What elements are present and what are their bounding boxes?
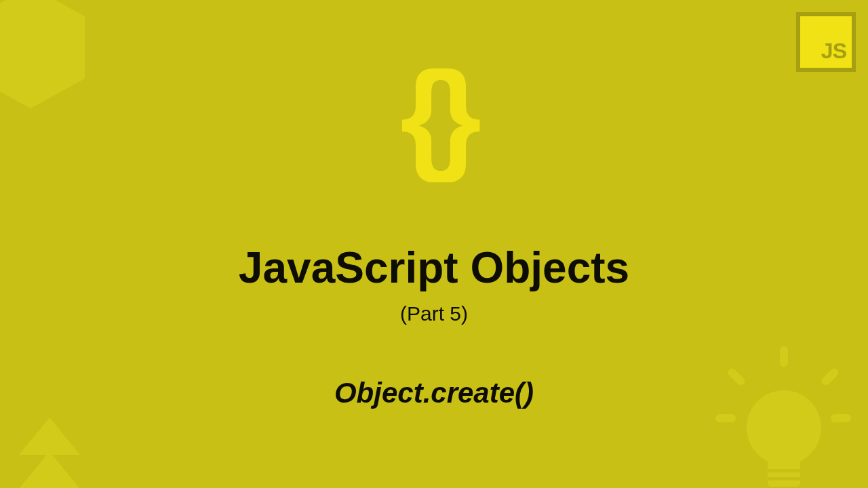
svg-rect-5 <box>726 367 747 387</box>
svg-rect-8 <box>831 414 851 422</box>
svg-rect-4 <box>780 346 788 367</box>
js-logo-text: JS <box>821 39 846 64</box>
svg-rect-10 <box>768 460 800 487</box>
svg-marker-0 <box>0 0 85 108</box>
lightbulb-icon <box>712 343 854 488</box>
page-title: JavaScript Objects <box>239 243 629 293</box>
curly-braces-icon: {} <box>400 54 468 176</box>
svg-rect-12 <box>768 477 800 481</box>
arrow-up-icon <box>12 414 87 488</box>
method-name: Object.create() <box>334 377 534 409</box>
js-logo-badge: JS <box>796 12 856 72</box>
svg-rect-6 <box>820 367 840 387</box>
svg-marker-3 <box>19 451 80 488</box>
svg-point-9 <box>747 390 821 465</box>
page-subtitle: (Part 5) <box>400 302 468 325</box>
hexagon-decoration-icon <box>0 0 102 115</box>
svg-marker-2 <box>19 418 80 455</box>
svg-rect-7 <box>715 414 736 422</box>
svg-rect-11 <box>768 469 800 472</box>
